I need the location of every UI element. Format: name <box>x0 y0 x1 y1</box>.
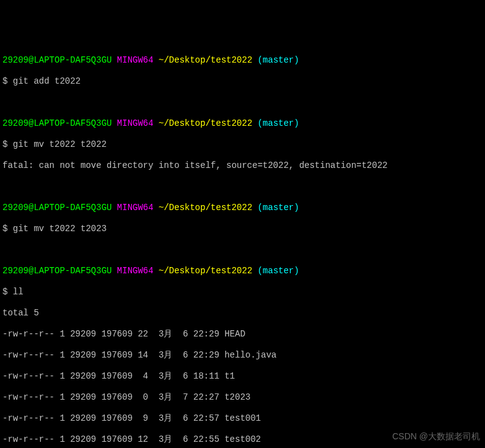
terminal-output: 29209@LAPTOP-DAF5Q3GU MINGW64 ~/Desktop/… <box>2 45 483 448</box>
prompt-line: 29209@LAPTOP-DAF5Q3GU MINGW64 ~/Desktop/… <box>2 203 483 213</box>
command-line: $ git mv t2022 t2023 <box>2 224 483 234</box>
blank-line <box>2 245 483 255</box>
ls-total: total 5 <box>2 308 483 318</box>
cwd: ~/Desktop/test2022 <box>159 55 252 65</box>
user-host: 29209@LAPTOP-DAF5Q3GU <box>2 55 111 65</box>
git-branch: (master) <box>258 55 299 65</box>
ls-row: -rw-r--r-- 1 29209 197609 14 3月 6 22:29 … <box>2 350 483 361</box>
command: ll <box>13 287 24 297</box>
watermark: CSDN @大数据老司机 <box>392 431 480 442</box>
prompt-line: 29209@LAPTOP-DAF5Q3GU MINGW64 ~/Desktop/… <box>2 266 483 276</box>
command: git mv t2022 t2022 <box>13 139 107 149</box>
command: git add t2022 <box>13 76 81 86</box>
blank-line <box>2 182 483 192</box>
command-line: $ ll <box>2 287 483 297</box>
ls-row: -rw-r--r-- 1 29209 197609 22 3月 6 22:29 … <box>2 329 483 340</box>
command-line: $ git add t2022 <box>2 76 483 87</box>
error-output: fatal: can not move directory into itsel… <box>2 160 483 171</box>
blank-line <box>2 97 483 108</box>
ls-row: -rw-r--r-- 1 29209 197609 0 3月 7 22:27 t… <box>2 392 483 403</box>
shell-name: MINGW64 <box>117 55 154 65</box>
command: git mv t2022 t2023 <box>13 224 107 234</box>
prompt-line: 29209@LAPTOP-DAF5Q3GU MINGW64 ~/Desktop/… <box>2 55 483 66</box>
command-line: $ git mv t2022 t2022 <box>2 139 483 150</box>
prompt-line: 29209@LAPTOP-DAF5Q3GU MINGW64 ~/Desktop/… <box>2 118 483 129</box>
ls-row: -rw-r--r-- 1 29209 197609 4 3月 6 18:11 t… <box>2 371 483 382</box>
ls-row: -rw-r--r-- 1 29209 197609 9 3月 6 22:57 t… <box>2 413 483 424</box>
